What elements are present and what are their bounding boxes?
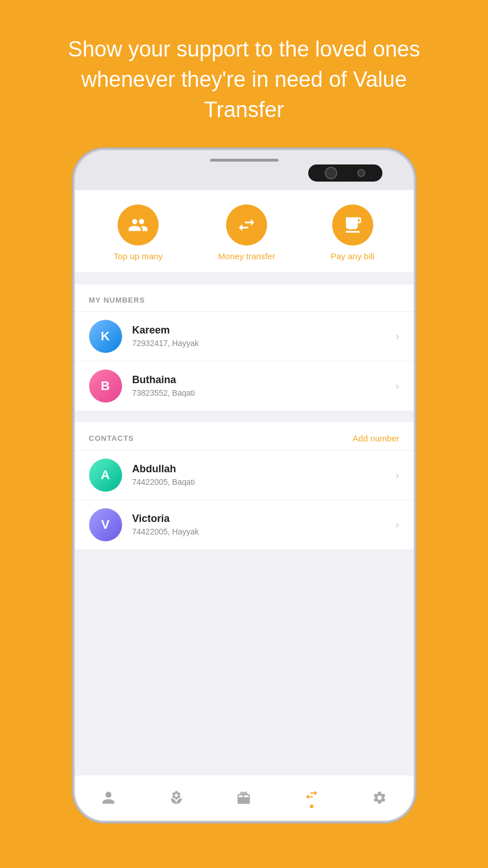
kareem-info: Kareem 72932417, Hayyak [132,324,396,348]
camera-lens-main [325,167,337,179]
nav-transfer[interactable] [304,787,319,808]
contact-buthaina[interactable]: B Buthaina 73823552, Baqati › [75,361,414,411]
transfer-icon [236,215,257,235]
add-number-button[interactable]: Add number [353,433,400,443]
contact-abdullah[interactable]: A Abdullah 74422005, Baqati › [75,450,414,500]
flower-icon [169,790,184,805]
victoria-info: Victoria 74422005, Hayyak [132,513,396,536]
avatar-kareem-placeholder: K [89,320,122,353]
nav-home[interactable] [101,790,116,805]
gear-icon [372,790,387,805]
nav-settings[interactable] [372,790,387,805]
nav-gifts[interactable] [236,790,251,805]
avatar-buthaina-placeholder: B [89,369,122,403]
bottom-nav [75,775,414,821]
section-gap-1 [75,273,414,279]
phone-side-button-right [414,276,416,327]
money-transfer-icon-bg [226,204,267,246]
contacts-header: CONTACTS Add number [75,422,414,450]
kareem-number: 72932417, Hayyak [132,339,396,348]
my-numbers-header: MY NUMBERS [75,284,414,311]
victoria-name: Victoria [132,513,396,525]
avatar-victoria-placeholder: V [89,508,122,541]
buthaina-number: 73823552, Baqati [132,388,396,397]
contacts-section: CONTACTS Add number A Abdullah 74422005,… [75,422,414,549]
section-gap-2 [75,411,414,416]
top-up-many-icon-bg [118,204,159,246]
pay-bill-icon-bg [332,204,373,246]
phone-side-button-left [73,264,75,299]
avatar-abdullah: A [89,459,122,492]
kareem-name: Kareem [132,324,396,336]
action-pay-any-bill[interactable]: Pay any bill [330,204,374,261]
victoria-number: 74422005, Hayyak [132,527,396,536]
my-numbers-section: MY NUMBERS K Kareem 72932417, Hayyak › B [75,284,414,411]
avatar-kareem: K [89,320,122,353]
gift-icon [236,790,251,805]
buthaina-chevron: › [396,379,400,392]
action-top-up-many[interactable]: Top up many [114,204,163,261]
abdullah-name: Abdullah [132,463,396,475]
phone-camera [308,164,382,182]
avatar-victoria: V [89,508,122,541]
victoria-chevron: › [396,518,400,531]
my-numbers-title: MY NUMBERS [89,296,146,304]
contacts-title: CONTACTS [89,434,134,443]
phone-notch [210,159,279,162]
avatar-buthaina: B [89,369,122,403]
quick-actions-bar: Top up many Money transfer Pay any [75,190,414,273]
bill-icon [342,215,363,235]
buthaina-info: Buthaina 73823552, Baqati [132,374,396,397]
nav-offers[interactable] [169,790,184,805]
abdullah-number: 74422005, Baqati [132,477,396,487]
action-money-transfer[interactable]: Money transfer [218,204,275,261]
avatar-abdullah-placeholder: A [89,459,122,492]
pay-any-bill-label: Pay any bill [330,251,374,261]
abdullah-info: Abdullah 74422005, Baqati [132,463,396,487]
nav-transfer-dot [310,805,313,808]
people-icon [128,215,148,235]
person-icon [101,790,116,805]
phone-screen: Top up many Money transfer Pay any [75,190,414,821]
top-up-many-label: Top up many [114,251,163,261]
hero-text: Show your support to the loved ones when… [0,0,488,148]
contact-victoria[interactable]: V Victoria 74422005, Hayyak › [75,500,414,549]
screen-spacer [75,549,414,775]
camera-lens-secondary [357,169,365,177]
kareem-chevron: › [396,329,400,343]
buthaina-name: Buthaina [132,374,396,386]
transfer-nav-icon [304,787,319,802]
money-transfer-label: Money transfer [218,251,275,261]
abdullah-chevron: › [396,468,400,481]
phone-top-bar [75,150,414,190]
contact-kareem[interactable]: K Kareem 72932417, Hayyak › [75,311,414,361]
phone-mockup: Top up many Money transfer Pay any [73,148,416,822]
